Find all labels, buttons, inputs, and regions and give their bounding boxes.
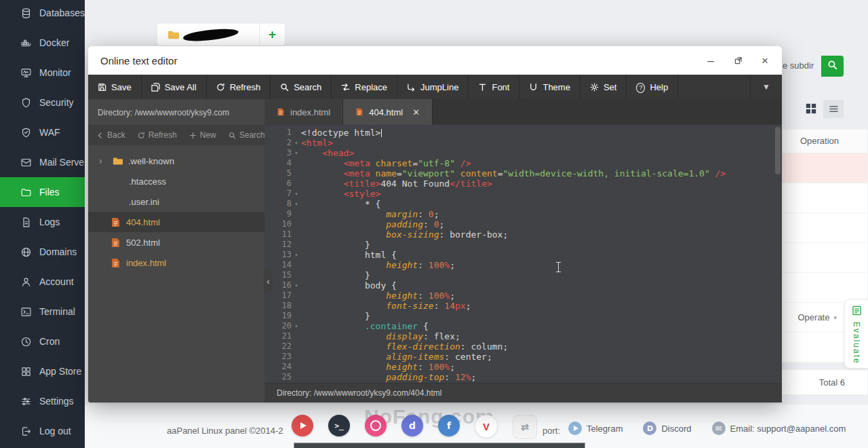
- footer-link-email[interactable]: ✉ Email: support@aapanel.com: [712, 422, 846, 435]
- editor-scrollbar[interactable]: [775, 127, 781, 174]
- fold-marker-icon[interactable]: ▾: [292, 321, 301, 331]
- code-line: 16 ▾ body {: [264, 280, 782, 291]
- sidebar-item-security[interactable]: Security: [0, 88, 85, 117]
- search-button[interactable]: Search: [271, 75, 332, 99]
- tree-item-404-html[interactable]: 404.html: [88, 212, 264, 232]
- fold-marker-icon[interactable]: ▾: [292, 280, 301, 291]
- set-button[interactable]: Set: [580, 75, 627, 99]
- sidebar-item-log-out[interactable]: Log out: [0, 416, 85, 446]
- fold-gutter: [292, 229, 301, 240]
- file-search-button[interactable]: Search: [229, 130, 265, 140]
- code-line: 24 height: 100%;: [264, 362, 782, 372]
- tab-404-html[interactable]: 404.html ✕: [343, 99, 433, 125]
- file-back-button[interactable]: Back: [96, 130, 125, 140]
- v-logo-icon[interactable]: V: [475, 415, 498, 438]
- evaluate-tab[interactable]: Evaluate: [844, 299, 868, 369]
- footer-link-discord[interactable]: D Discord: [643, 422, 691, 435]
- sync-icon[interactable]: ⇄: [513, 415, 537, 439]
- minimize-icon[interactable]: –: [705, 54, 717, 67]
- sidebar-item-terminal[interactable]: Terminal: [0, 297, 85, 326]
- discord-icon: D: [643, 422, 656, 435]
- tab-index-html[interactable]: index.html: [264, 99, 343, 125]
- sidebar-item-waf[interactable]: WAF: [0, 117, 85, 147]
- font-icon: [478, 83, 487, 92]
- fold-marker-icon[interactable]: ▾: [292, 148, 301, 158]
- fold-gutter: [292, 372, 301, 382]
- maximize-icon[interactable]: [732, 54, 744, 67]
- telegram-icon: [568, 422, 582, 435]
- code-line: 6 <title>404 Not Found</title>: [264, 179, 782, 189]
- save-button[interactable]: Save: [88, 75, 142, 99]
- toolbar-more-button[interactable]: ▼: [750, 75, 782, 99]
- terminal-icon[interactable]: >_: [328, 415, 350, 436]
- line-number: 8: [264, 199, 292, 209]
- font-button[interactable]: Font: [469, 75, 519, 99]
- document-icon: [20, 217, 32, 228]
- code-line: 4 <meta charset="utf-8" />: [264, 158, 782, 168]
- sidebar-item-monitor[interactable]: Monitor: [0, 58, 85, 88]
- code-line: 10 padding: 0;: [264, 219, 782, 229]
- fold-marker-icon[interactable]: ▾: [292, 189, 301, 199]
- mail-icon: [20, 157, 32, 168]
- code-area[interactable]: 1 <!doctype html> 2 ▾ <html> 3 ▾ <head> …: [264, 125, 782, 383]
- sidebar-item-databases[interactable]: Databases: [0, 0, 85, 28]
- sidebar-item-logs[interactable]: Logs: [0, 207, 85, 237]
- help-button[interactable]: ? Help: [627, 75, 678, 99]
- refresh-icon: [216, 83, 225, 92]
- refresh-button[interactable]: Refresh: [207, 75, 271, 99]
- add-path-button[interactable]: +: [260, 24, 285, 45]
- theme-button[interactable]: Theme: [519, 75, 580, 99]
- fold-gutter: [292, 352, 301, 362]
- sidebar-item-docker[interactable]: Docker: [0, 28, 85, 58]
- help-icon: ?: [636, 83, 645, 92]
- code-line: 18 font-size: 14px;: [264, 301, 782, 311]
- total-count: Total 6: [819, 377, 845, 388]
- code-line: 11 box-sizing: border-box;: [264, 229, 782, 240]
- line-number: 12: [264, 240, 292, 250]
- list-view-icon[interactable]: [823, 100, 844, 118]
- file-new-button[interactable]: New: [189, 130, 216, 140]
- collapse-panel-handle[interactable]: ‹: [264, 269, 273, 293]
- code-line: 9 margin: 0;: [264, 209, 782, 219]
- save-all-button[interactable]: Save All: [142, 75, 207, 99]
- discord-icon[interactable]: d: [401, 415, 423, 436]
- dribbble-icon[interactable]: [365, 415, 387, 436]
- tree-item-index-html[interactable]: index.html: [88, 253, 264, 273]
- expand-icon[interactable]: ›: [99, 156, 107, 166]
- tree-item-user-ini[interactable]: .user.ini: [88, 191, 264, 212]
- sidebar-item-mail-serve[interactable]: Mail Serve: [0, 147, 85, 177]
- tree-item-502-html[interactable]: 502.html: [88, 232, 264, 253]
- search-button[interactable]: [821, 56, 844, 77]
- code-line: 7 ▾ <style>: [264, 189, 782, 199]
- page: + e subdir in Operation Operate▾ Total 6…: [0, 0, 868, 448]
- close-icon[interactable]: ×: [759, 54, 771, 67]
- fold-marker-icon[interactable]: ▾: [292, 138, 301, 148]
- chevron-left-icon: [96, 132, 104, 139]
- operate-dropdown[interactable]: Operate▾: [797, 312, 837, 322]
- fold-marker-icon[interactable]: ▾: [292, 250, 301, 260]
- create-subdir-button[interactable]: e subdir: [783, 60, 814, 71]
- code-line: 2 ▾ <html>: [264, 138, 782, 148]
- sidebar-item-app-store[interactable]: App Store: [0, 356, 85, 386]
- sidebar-item-account[interactable]: Account: [0, 267, 85, 297]
- fold-marker-icon[interactable]: ▾: [292, 199, 301, 209]
- close-tab-icon[interactable]: ✕: [412, 107, 420, 117]
- play-icon[interactable]: [292, 415, 313, 436]
- replace-button[interactable]: Replace: [332, 75, 397, 99]
- save-all-icon: [151, 83, 160, 92]
- line-number: 18: [264, 301, 292, 311]
- jumpline-button[interactable]: JumpLine: [397, 75, 469, 99]
- sidebar-item-domains[interactable]: Domains: [0, 237, 85, 267]
- tree-item-htaccess[interactable]: .htaccess: [88, 171, 264, 191]
- sidebar-item-settings[interactable]: Settings: [0, 386, 85, 416]
- facebook-icon[interactable]: f: [438, 415, 460, 436]
- code-line: 5 <meta name="viewport" content="width=d…: [264, 168, 782, 179]
- html-file-icon: [277, 108, 285, 116]
- sidebar-item-files[interactable]: Files: [0, 177, 85, 207]
- footer-link-telegram[interactable]: Telegram: [568, 422, 623, 435]
- sidebar-item-cron[interactable]: Cron: [0, 326, 85, 356]
- code-line: 12 }: [264, 240, 782, 250]
- grid-view-icon[interactable]: [804, 102, 818, 115]
- file-refresh-button[interactable]: Refresh: [138, 130, 177, 140]
- tree-item-well-known[interactable]: › .well-known: [88, 151, 264, 171]
